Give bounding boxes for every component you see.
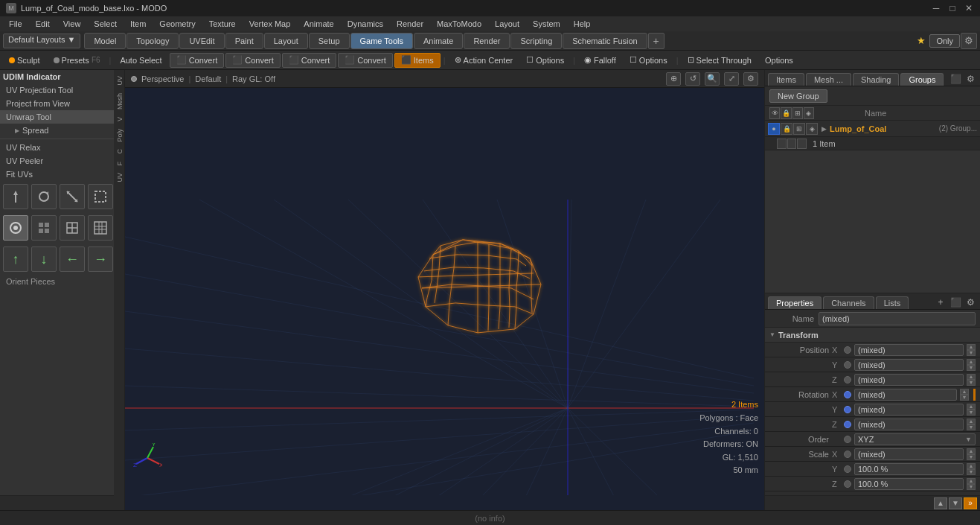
spread-item[interactable]: ▶ Spread xyxy=(0,124,124,137)
tab-shading[interactable]: Shading xyxy=(853,73,899,86)
rotation-y-up[interactable]: ▲ xyxy=(967,404,976,410)
row-visibility-icon[interactable]: ● xyxy=(768,123,780,135)
position-y-dot[interactable] xyxy=(844,361,851,369)
menu-vertexmap[interactable]: Vertex Map xyxy=(243,18,297,30)
position-z-dot[interactable] xyxy=(844,376,851,384)
type-header-icon[interactable]: ◈ xyxy=(804,107,814,119)
menu-geometry[interactable]: Geometry xyxy=(153,18,201,30)
close-button[interactable]: ✕ xyxy=(964,3,974,13)
viewport-zoom-icon[interactable]: 🔍 xyxy=(705,72,720,86)
row-mesh-icon[interactable]: ⊞ xyxy=(793,123,805,135)
menu-animate[interactable]: Animate xyxy=(298,18,339,30)
menu-select[interactable]: Select xyxy=(88,18,123,30)
position-y-value[interactable]: (mixed) xyxy=(854,359,964,371)
tab-scripting[interactable]: Scripting xyxy=(510,33,562,49)
tab-layout[interactable]: Layout xyxy=(264,33,308,49)
row-lock-icon[interactable]: 🔒 xyxy=(781,123,792,135)
options-btn-1[interactable]: ☐ Options xyxy=(520,54,570,66)
viewport-fit-icon[interactable]: ⤢ xyxy=(724,72,739,86)
vtab-v[interactable]: V xyxy=(114,114,124,124)
rotation-z-up[interactable]: ▲ xyxy=(967,419,976,424)
udim-indicator-item[interactable]: UDIM Indicator xyxy=(0,70,124,83)
rotation-x-dot[interactable] xyxy=(844,391,851,398)
scale-x-down[interactable]: ▼ xyxy=(967,454,976,460)
menu-view[interactable]: View xyxy=(57,18,87,30)
arrow-left-btn[interactable]: ← xyxy=(60,246,85,272)
options-btn-2[interactable]: ☐ Options xyxy=(624,54,673,66)
arrow-up-btn[interactable]: ↑ xyxy=(3,246,28,272)
scroll-up-btn[interactable]: ▲ xyxy=(934,497,947,509)
position-z-value[interactable]: (mixed) xyxy=(854,374,964,386)
unwrap-tool-item[interactable]: Unwrap Tool xyxy=(0,110,124,124)
presets-button[interactable]: Presets F6 xyxy=(48,54,106,66)
maximize-button[interactable]: □ xyxy=(947,3,958,13)
sub-row-icon3[interactable] xyxy=(797,139,807,149)
vtab-uv2[interactable]: UV xyxy=(114,170,124,185)
tab-channels[interactable]: Channels xyxy=(823,296,874,309)
props-settings-icon[interactable]: ⚙ xyxy=(964,296,977,309)
viewport-navigate-icon[interactable]: ⊕ xyxy=(666,72,681,86)
uv-relax-item[interactable]: UV Relax xyxy=(0,141,124,154)
sub-row-icon1[interactable] xyxy=(777,139,787,149)
menu-texture[interactable]: Texture xyxy=(203,18,242,30)
collapse-panel-button[interactable]: » xyxy=(0,495,124,510)
panel-settings-icon[interactable]: ⚙ xyxy=(964,72,977,86)
order-value[interactable]: XYZ ▼ xyxy=(854,433,976,445)
scale-x-dot[interactable] xyxy=(844,451,851,458)
uv-peeler-item[interactable]: UV Peeler xyxy=(0,154,124,168)
uv-projection-tool-item[interactable]: UV Projection Tool xyxy=(0,83,124,97)
tab-gametools[interactable]: Game Tools xyxy=(350,33,414,49)
scroll-down-btn[interactable]: ▼ xyxy=(949,497,962,509)
menu-help[interactable]: Help xyxy=(568,18,597,30)
select-through-button[interactable]: ⊡ Select Through xyxy=(682,54,758,66)
sculpt-button[interactable]: Sculpt xyxy=(3,54,46,66)
move-tool-icon[interactable] xyxy=(3,184,28,209)
menu-dynamics[interactable]: Dynamics xyxy=(342,18,389,30)
scale-z-value[interactable]: 100.0 % xyxy=(854,478,964,490)
convert-btn-4[interactable]: ⬛ Convert xyxy=(338,53,393,68)
tab-groups[interactable]: Groups xyxy=(900,73,944,86)
tab-schematic[interactable]: Schematic Fusion xyxy=(563,33,647,49)
auto-select-button[interactable]: Auto Select xyxy=(114,54,167,66)
position-x-dot[interactable] xyxy=(844,346,851,354)
tab-items[interactable]: Items xyxy=(768,73,804,86)
scale-x-value[interactable]: (mixed) xyxy=(854,448,964,460)
tab-lists[interactable]: Lists xyxy=(876,296,909,309)
tab-animate[interactable]: Animate xyxy=(414,33,463,49)
scale-y-down[interactable]: ▼ xyxy=(967,469,976,475)
rotation-y-value[interactable]: (mixed) xyxy=(854,404,964,416)
menu-item[interactable]: Item xyxy=(124,18,152,30)
rotate-tool-icon[interactable] xyxy=(31,184,57,209)
fit-uvs-item[interactable]: Fit UVs xyxy=(0,168,124,181)
polygon-tool-icon[interactable] xyxy=(3,215,28,241)
scale-y-value[interactable]: 100.0 % xyxy=(854,463,964,475)
mesh-tool-icon[interactable] xyxy=(60,215,85,241)
rotation-x-down[interactable]: ▼ xyxy=(960,395,969,401)
viewport[interactable]: Perspective | Default | Ray GL: Off ⊕ ↺ … xyxy=(125,70,764,510)
arrow-right-btn[interactable]: → xyxy=(88,246,113,272)
layout-selector[interactable]: Default Layouts ▼ xyxy=(3,34,80,48)
convert-btn-1[interactable]: ⬛ Convert xyxy=(170,53,225,68)
menu-file[interactable]: File xyxy=(3,18,28,30)
only-button[interactable]: Only xyxy=(929,34,960,48)
rotation-y-down[interactable]: ▼ xyxy=(967,410,976,416)
visibility-header-icon[interactable]: 👁 xyxy=(769,107,780,119)
position-z-down[interactable]: ▼ xyxy=(967,380,976,386)
select-tool-icon[interactable] xyxy=(88,184,113,209)
tab-properties[interactable]: Properties xyxy=(768,296,822,309)
viewport-canvas[interactable]: 2 Items Polygons : Face Channels: 0 Defo… xyxy=(125,88,764,495)
viewport-reset-icon[interactable]: ↺ xyxy=(685,72,700,86)
convert-btn-2[interactable]: ⬛ Convert xyxy=(225,53,281,68)
falloff-button[interactable]: ◉ Falloff xyxy=(578,54,622,66)
transform-section-header[interactable]: ▼ Transform xyxy=(765,328,980,343)
rotation-z-value[interactable]: (mixed) xyxy=(854,419,964,430)
position-x-down[interactable]: ▼ xyxy=(967,350,976,356)
props-plus-icon[interactable]: + xyxy=(934,296,947,309)
minimize-button[interactable]: ─ xyxy=(931,3,941,13)
tab-mesh[interactable]: Mesh ... xyxy=(806,73,851,86)
position-y-up[interactable]: ▲ xyxy=(967,359,976,365)
position-y-down[interactable]: ▼ xyxy=(967,365,976,371)
menu-system[interactable]: System xyxy=(527,18,566,30)
rotation-x-up[interactable]: ▲ xyxy=(960,389,969,395)
arrow-down-btn[interactable]: ↓ xyxy=(31,246,57,272)
